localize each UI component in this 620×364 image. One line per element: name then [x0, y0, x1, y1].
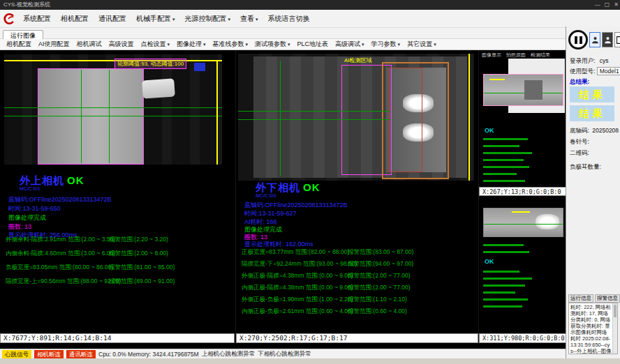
- left-camera-canvas[interactable]: 轮廓阈值:93, 动态阈值:100: [4, 54, 222, 165]
- chevron-down-icon: ▾: [228, 17, 231, 22]
- login-user-value: cys: [600, 57, 609, 64]
- measurement-text: 内侧正极-负极=2.61mm 范围:(0.60 ~ 4.00): [242, 308, 348, 316]
- result-ok: OK: [303, 181, 320, 193]
- model-select[interactable]: Model1: [597, 67, 620, 75]
- pause-icon: [580, 36, 582, 44]
- measurement-text: 正极宽度=83.77mm 范围:(82.00 ~ 88.00): [242, 248, 348, 257]
- tool-other-settings[interactable]: 其它设置▾: [404, 39, 440, 50]
- field-label: 负极耳数量:: [570, 163, 601, 170]
- total-result-label: 总结果:: [570, 78, 618, 86]
- user-settings-button[interactable]: [602, 32, 613, 47]
- thumb-text-line: [483, 305, 522, 308]
- measurement-text: 隔膜宽度-下=92.24mm 范围:(93.00 ~ 98.00): [242, 260, 348, 268]
- thumbnail-1[interactable]: OK: [479, 59, 566, 187]
- lower-camera-heartbeat-status: 下相机心跳检测异常: [258, 350, 311, 358]
- window-controls: — ▢ ✕: [595, 0, 619, 10]
- overlay-rect: [389, 68, 422, 172]
- overlay-done: 图像处理完成: [8, 213, 46, 222]
- log-tab-run[interactable]: 运行信息: [568, 294, 593, 303]
- thumb2-pixel-coordinate-bar: X:311;Y:980;R:0;G:0;B:0: [479, 333, 566, 343]
- chevron-down-icon: ▾: [256, 17, 258, 22]
- thumb-header-label[interactable]: 图像显示: [482, 52, 501, 59]
- thumbnail-2[interactable]: OK: [479, 198, 566, 332]
- field-row: 卷针号:: [570, 138, 618, 146]
- exit-button[interactable]: [614, 32, 620, 47]
- alarm-range-text: 报警范围:(1.10 ~ 2.10): [348, 296, 475, 304]
- thumb-image-strip: [483, 208, 563, 237]
- overlay-line: [484, 93, 563, 93]
- left-camera-view: 轮廓阈值:93, 动态阈值:100 外上相机OK MC/C:0/1 底轴码:OF…: [0, 50, 235, 343]
- thumb-header-label[interactable]: 拍照原图: [506, 52, 526, 59]
- tool-advanced-settings[interactable]: 高级设置: [105, 39, 138, 50]
- chevron-down-icon: ▾: [203, 42, 206, 47]
- log-tab-alarm[interactable]: 报警信息: [595, 294, 620, 303]
- title-bar: CYS-视觉检测系统 — ▢ ✕: [0, 0, 620, 10]
- thumb-detail: [524, 80, 542, 100]
- ai-region-label: AI检测区域: [344, 56, 372, 64]
- overlay-line: [4, 60, 222, 61]
- menu-robot-config[interactable]: 机械手配置▾: [131, 13, 180, 25]
- maximize-icon[interactable]: ▢: [605, 0, 610, 10]
- part-region: [38, 68, 144, 165]
- threshold-label: 轮廓阈值:93, 动态阈值:100: [115, 59, 186, 69]
- overlay-marker: [512, 211, 530, 213]
- camera-name: 外上相机: [20, 174, 64, 186]
- tool-camera-config[interactable]: 相机配置: [3, 39, 35, 50]
- login-user-label: 登录用户:: [570, 57, 595, 64]
- menu-light-config[interactable]: 光源控制配置▾: [180, 13, 236, 25]
- tool-image-processing[interactable]: 图像处理▾: [173, 39, 209, 50]
- thumb-text-line: [483, 285, 525, 287]
- tool-test-params[interactable]: 测试项参数▾: [251, 39, 294, 50]
- roller-shape: [142, 78, 175, 98]
- menu-system-config[interactable]: 系统配置: [18, 13, 56, 25]
- thumb-text-line: [483, 166, 529, 168]
- overlay-line: [216, 60, 218, 165]
- user-login-button[interactable]: [589, 32, 600, 47]
- tool-plc-address-table[interactable]: PLC地址表: [294, 39, 332, 50]
- cpu-memory-status: Cpu: 0.0% Memory: 3424.41796875M: [98, 351, 199, 358]
- measurement-text: 外侧余料-隔膜:2.91mm 范围:(2.00 ~ 3.50): [6, 236, 109, 244]
- thumb1-pixel-coordinate-bar: X:267;Y:13;R:0;G:0;B:0: [479, 187, 566, 196]
- menu-comm-config[interactable]: 通讯配置: [94, 13, 131, 25]
- right-panel: 登录用户: cys 使用型号: Model1 总结果: 结果 结果 底轴码: 2…: [566, 26, 620, 358]
- middle-camera-canvas[interactable]: AI检测区域: [238, 54, 474, 181]
- thumb-text-line: [483, 278, 532, 280]
- tool-ai-usage-config[interactable]: AI使用配置: [35, 39, 73, 50]
- user-gear-icon: [604, 36, 612, 45]
- tool-baseline-params[interactable]: 基准线参数▾: [209, 39, 252, 50]
- app-logo-icon: [3, 13, 15, 25]
- main-area: 轮廓阈值:93, 动态阈值:100 外上相机OK MC/C:0/1 底轴码:OF…: [0, 50, 566, 343]
- overlay-line: [4, 107, 222, 108]
- log-box: 耗时: 222, 网络检测耗时: 17, 网络分类耗时: 0, 网络获取分类耗时…: [568, 303, 618, 354]
- close-icon[interactable]: ✕: [614, 0, 619, 10]
- pause-button[interactable]: [568, 30, 588, 50]
- tool-learning-params[interactable]: 学习参数▾: [368, 39, 404, 50]
- result-box-1: 结果: [570, 86, 614, 103]
- chevron-down-icon: ▾: [434, 42, 436, 47]
- tool-advanced-debug[interactable]: 高级调试▾: [332, 39, 368, 50]
- left-pixel-coordinate-bar: X:7677;Y:891;R:14;G:14;B:14: [0, 333, 235, 343]
- overlay-marker: [489, 79, 505, 80]
- menu-language-switch[interactable]: 系统语言切换: [263, 13, 315, 25]
- thumb-header-label[interactable]: 检测结果: [531, 52, 550, 59]
- minimize-icon[interactable]: —: [595, 0, 600, 10]
- overlay-line: [280, 61, 281, 176]
- thumb-ok-label: OK: [485, 258, 494, 265]
- camera-disconnect-badge: 相机断连: [34, 350, 64, 358]
- menu-view[interactable]: 查看▾: [235, 13, 263, 25]
- log-scrollbar[interactable]: [612, 303, 617, 354]
- middle-pixel-coordinate-bar: X:270;Y:2502;R:17;G:17;B:17: [236, 333, 478, 343]
- thumb-ok-label: OK: [485, 127, 494, 134]
- measurement-text: 外侧正极-负极=1.90mm 范围:(1.00 ~ 2.20): [242, 296, 348, 304]
- tool-camera-debug[interactable]: 相机调试: [73, 39, 105, 50]
- thumb-text-line: [483, 173, 517, 175]
- menu-camera-config[interactable]: 相机配置: [56, 13, 94, 25]
- measurement-text: 外侧正极-隔膜=4.38mm 范围:(0.00 ~ 9.00): [242, 272, 348, 280]
- overlay-line: [81, 70, 82, 163]
- field-value: 20250208: [592, 127, 619, 134]
- measurement-text: 负极宽度=83.05mm 范围:(80.00 ~ 86.00): [6, 264, 109, 272]
- tool-spot-check[interactable]: 点检设置▾: [138, 39, 174, 50]
- scrollbar-thumb[interactable]: [614, 305, 617, 317]
- model-label: 使用型号:: [570, 68, 595, 75]
- thumb-text-line: [483, 298, 528, 301]
